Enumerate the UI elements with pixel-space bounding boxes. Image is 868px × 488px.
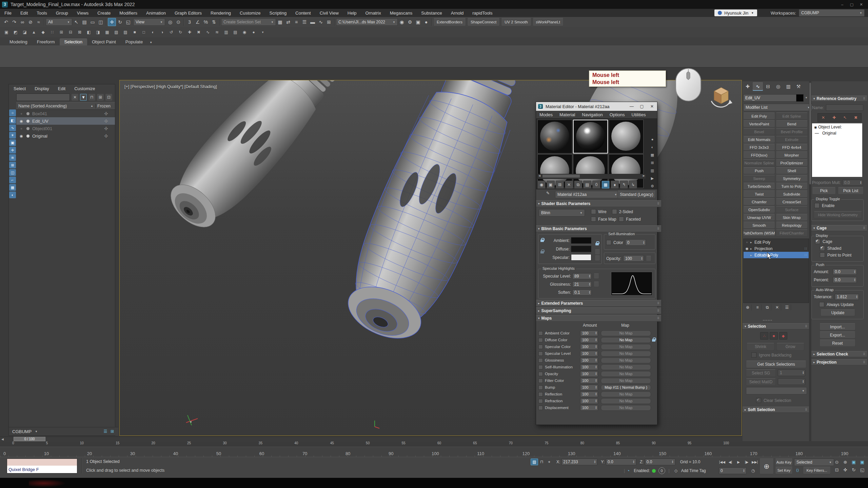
go-to-parent-icon[interactable]: ↰ (620, 181, 628, 189)
clear-selection-checkbox[interactable] (756, 398, 761, 403)
modifier-button[interactable]: Shell (776, 167, 808, 174)
map-button[interactable]: No Map (601, 351, 651, 357)
frozen-toggle-icon[interactable] (97, 134, 115, 139)
ribbon-tab[interactable]: Populate (121, 38, 147, 45)
modifier-list-combo[interactable]: Modifier List▼ (743, 104, 812, 111)
ribbon-minimize-icon[interactable]: ▼ (147, 39, 154, 45)
object-color-swatch[interactable] (796, 94, 804, 102)
pick-reference-icon[interactable]: ↖ (842, 114, 848, 121)
polygon-subobject-icon[interactable]: ■ (770, 332, 778, 340)
explorer-menu-item[interactable]: Customize (74, 86, 95, 91)
zoom-extents-icon[interactable]: ▣ (850, 458, 858, 466)
frozen-toggle-icon[interactable] (97, 111, 115, 116)
map-enable-checkbox[interactable] (538, 365, 543, 369)
selection-lock-icon[interactable]: ⊓ (538, 459, 546, 465)
viewport-label[interactable]: [+] [Perspective] [High Quality*] [Defau… (124, 84, 217, 89)
modifier-button[interactable]: Extrude (776, 136, 808, 143)
close-button[interactable]: ✕ (856, 1, 866, 8)
map-button[interactable]: No Map (601, 405, 651, 411)
align-icon[interactable]: ≡ (292, 18, 300, 26)
ribbon-tool-icon[interactable]: ✚ (186, 28, 193, 36)
next-frame-icon[interactable]: |▶ (743, 459, 751, 465)
sample-type-icon[interactable]: ● (649, 136, 656, 143)
rollout-maps[interactable]: Maps⠿ (536, 315, 661, 322)
me-close-button[interactable]: ✕ (647, 104, 657, 109)
use-selection-center-icon[interactable]: ⊙ (174, 18, 182, 26)
modifier-button[interactable]: Edit Normals (743, 136, 775, 143)
modifier-stack-row[interactable]: ▸ Edit Poly ∷ (744, 239, 809, 245)
ribbon-tab[interactable]: Modeling (5, 38, 32, 45)
map-button[interactable]: No Map (601, 330, 651, 336)
reference-coordinate-combo[interactable]: View▼ (133, 18, 165, 26)
ribbon-tool-icon[interactable]: ↺ (167, 28, 175, 36)
ribbon-tool-icon[interactable]: ◨ (94, 28, 102, 36)
ribbon-tool-icon[interactable]: ↻ (177, 28, 184, 36)
rollout-supersampling[interactable]: SuperSampling⠿ (536, 307, 661, 314)
Box041[interactable]: Box041 (16, 110, 115, 117)
menu-item[interactable]: Modifiers (115, 9, 142, 17)
me-maximize-button[interactable]: ▢ (637, 104, 647, 109)
lock-colors-icon[interactable] (595, 241, 599, 246)
matid-spinner[interactable]: ▲▼ (778, 378, 805, 385)
pick-button[interactable]: Pick (812, 187, 836, 195)
reset-map-icon[interactable]: ✕ (565, 181, 573, 189)
map-enable-checkbox[interactable] (538, 379, 543, 383)
ribbon-tool-icon[interactable]: ▣ (3, 28, 10, 36)
faceted-checkbox[interactable] (619, 217, 624, 222)
user-account-button[interactable]: Hyunsuk Jin▼ (714, 9, 757, 16)
reference-name-field[interactable] (826, 104, 863, 111)
modifier-button[interactable]: Subdivide (776, 190, 808, 198)
visibility-eye-icon[interactable] (16, 119, 26, 123)
modify-tab-icon[interactable]: ∿ (753, 82, 763, 91)
motion-tab-icon[interactable]: ◎ (773, 82, 783, 91)
modifier-button[interactable]: Chamfer (743, 198, 775, 205)
render-production-icon[interactable]: ● (422, 18, 430, 26)
isolate-selection-icon[interactable]: ▧ (531, 459, 538, 465)
material-sample-slot[interactable] (537, 120, 572, 154)
menu-item[interactable]: Content (291, 9, 315, 17)
modifier-visibility-icon[interactable] (744, 247, 750, 250)
modifier-button[interactable]: Sweep (743, 175, 775, 182)
map-amount-spinner[interactable]: 100▲▼ (580, 330, 598, 336)
map-button[interactable]: No Map (601, 378, 651, 384)
x-coordinate-field[interactable]: 217.233▲▼ (561, 459, 597, 465)
map-enable-checkbox[interactable] (538, 399, 543, 403)
export-button[interactable]: Export... (820, 331, 855, 339)
modifier-button[interactable]: TurboSmooth (743, 183, 775, 190)
video-color-check-icon[interactable]: ▥ (649, 167, 656, 174)
Edit_UV[interactable]: Edit_UV (16, 117, 115, 125)
specular-level-spinner[interactable]: 89▲▼ (572, 273, 592, 279)
modifier-button[interactable]: Bevel (743, 128, 775, 135)
ribbon-tab[interactable]: Object Paint (87, 38, 121, 45)
modifier-button[interactable]: Edit Poly (743, 113, 775, 120)
select-and-rotate-icon[interactable]: ↻ (116, 18, 124, 26)
menu-item[interactable]: Customize (235, 9, 265, 17)
go-to-start-icon[interactable]: |◀◀ (718, 459, 726, 465)
ribbon-tool-icon[interactable]: ▨ (122, 28, 129, 36)
map-amount-spinner[interactable]: 100▲▼ (580, 358, 598, 363)
script-toolbar-button[interactable]: ShapeConnect (467, 18, 500, 26)
ambient-diffuse-lock-icon[interactable] (540, 238, 545, 242)
slider-left-arrow[interactable]: ◀ (1, 438, 4, 441)
push-percent-spinner[interactable]: 0.0▲▼ (833, 277, 857, 283)
rollout-projection[interactable]: Projection⠿ (811, 359, 867, 365)
modifier-button[interactable]: FFD 3x3x3 (743, 144, 775, 151)
sample-scrollbar[interactable]: ◀ ▶ (537, 174, 646, 179)
script-toolbar-button[interactable]: sWorkPlaneLt (533, 18, 564, 26)
get-stack-selections-button[interactable]: Get Stack Selections (746, 361, 806, 368)
time-slider-handle[interactable]: 0 / 100 (14, 437, 45, 441)
shader-type-combo[interactable]: Blinn▼ (539, 209, 585, 217)
edit-named-sets-icon[interactable]: ▦ (276, 18, 284, 26)
map-enable-checkbox[interactable] (538, 345, 543, 349)
material-id-icon[interactable]: 0 (592, 181, 600, 189)
add-time-tag[interactable]: Add Time Tag (681, 468, 706, 473)
modifier-button[interactable]: Smooth (743, 222, 775, 229)
zoom-icon[interactable]: ⊙ (833, 458, 841, 466)
diffuse-specular-lock-icon[interactable] (540, 249, 545, 254)
maxscript-mini-listener[interactable]: Quixel Bridge F (7, 459, 77, 473)
maximize-viewport-icon[interactable]: ◱ (858, 466, 866, 473)
ribbon-tool-icon[interactable]: ✖ (195, 28, 202, 36)
rollout-soft-selection[interactable]: Soft Selection⠿ (743, 407, 809, 413)
object-name-field[interactable]: Edit_UV (743, 94, 798, 102)
clear-references-icon[interactable]: ✖ (852, 114, 859, 121)
